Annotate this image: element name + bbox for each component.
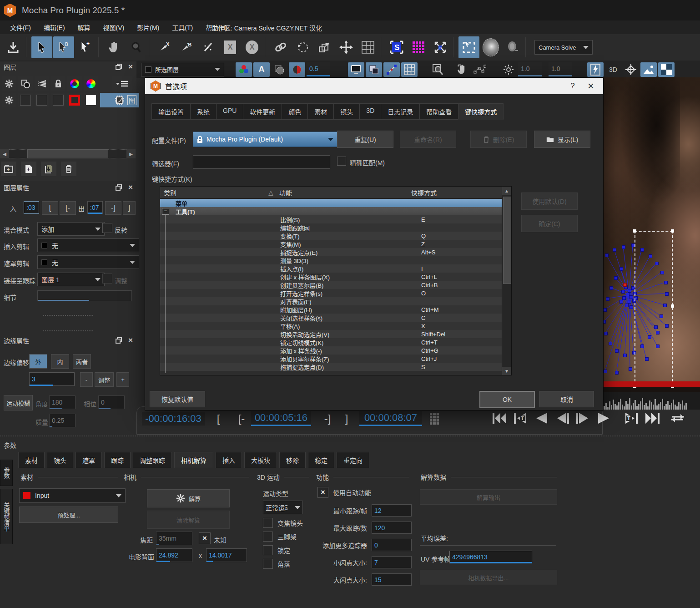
layer-fill-color-swatch[interactable] xyxy=(84,93,98,107)
create-bezier-tool-icon[interactable]: Ɓ xyxy=(176,36,197,58)
delete-button[interactable]: 删除(E) xyxy=(470,131,527,148)
shortcut-row[interactable]: 变换(T) Q xyxy=(160,232,511,240)
filmstrip-icon[interactable] xyxy=(428,412,440,426)
tracking-marker[interactable] xyxy=(605,253,609,257)
close-panel-icon[interactable]: × xyxy=(128,62,133,71)
in-move-button[interactable]: [- xyxy=(234,412,249,426)
scroll-up-icon[interactable]: ▲ xyxy=(502,187,511,195)
shortcut-row[interactable]: 创建贝塞尔层(B) Ctrl+B xyxy=(160,281,511,289)
pan-tool-icon[interactable] xyxy=(104,36,125,58)
module-tab[interactable]: 镜头 xyxy=(47,452,73,468)
gear-icon[interactable] xyxy=(2,76,16,91)
module-tab[interactable]: 跟踪 xyxy=(104,452,131,468)
marquee-select-tool-icon[interactable] xyxy=(458,36,479,58)
move-in-button[interactable]: [- xyxy=(60,201,76,215)
move-tool-icon[interactable] xyxy=(336,36,357,58)
scroll-down-icon[interactable]: ▼ xyxy=(502,367,511,375)
menu-item[interactable]: 编辑(E) xyxy=(38,21,71,33)
tracking-marker[interactable] xyxy=(619,267,623,271)
preferences-tab[interactable]: 系统 xyxy=(190,103,216,120)
shortcut-row[interactable]: 拖捕捉选定点(D) S xyxy=(160,363,511,371)
timeline-start-timecode[interactable]: -00:00:16:03 xyxy=(142,412,205,426)
gpu-lightning-icon[interactable] xyxy=(587,62,604,77)
link-track-dropdown[interactable]: 图层 1 xyxy=(37,273,105,286)
image-view-icon[interactable] xyxy=(640,62,657,77)
preferences-tab[interactable]: 帮助查看 xyxy=(419,103,458,120)
menu-item[interactable]: 文件(F) xyxy=(5,21,36,33)
selection-handle[interactable] xyxy=(671,229,674,233)
rotate-selection-tool-icon[interactable] xyxy=(292,36,313,58)
layer-blur-checkbox[interactable] xyxy=(35,93,49,107)
tracking-marker[interactable] xyxy=(604,370,607,373)
close-icon[interactable]: × xyxy=(584,80,598,92)
close-panel-icon[interactable]: × xyxy=(128,336,133,345)
restore-defaults-button[interactable]: 恢复默认值 xyxy=(150,391,205,407)
phase-value-field[interactable]: 0 xyxy=(98,395,125,409)
color-ring-icon[interactable] xyxy=(67,76,82,91)
alpha-channel-icon[interactable]: A xyxy=(253,62,270,77)
threed-view-button[interactable]: 3D xyxy=(605,62,621,77)
overlay-opacity-icon[interactable] xyxy=(289,62,305,77)
tracking-marker[interactable] xyxy=(622,245,625,249)
insert-clip-dropdown[interactable]: 无 xyxy=(37,238,139,252)
feature-value-field[interactable]: 7 xyxy=(372,556,412,568)
menu-item[interactable]: 工具(T) xyxy=(166,21,198,33)
module-tab[interactable]: 移除 xyxy=(279,452,306,468)
layers-h-scrollbar[interactable]: ◀ ▶ xyxy=(0,149,136,158)
table-scrollbar[interactable]: ▲ ▼ xyxy=(502,187,511,375)
detail-slider[interactable] xyxy=(37,290,132,301)
matte-clip-dropdown[interactable]: 无 xyxy=(37,255,139,269)
show-grid-icon[interactable] xyxy=(401,62,418,77)
motion-blur-button[interactable]: 运动模糊 xyxy=(4,395,33,410)
select-both-tool-icon[interactable]: B xyxy=(53,36,74,58)
overlay-opacity-value[interactable]: 0.5 xyxy=(307,62,330,76)
magnetic-spline-tool-icon[interactable] xyxy=(198,36,219,58)
link-tool-icon[interactable] xyxy=(270,36,291,58)
side-tab-keyframes[interactable]: 关键帧清单 xyxy=(0,489,13,544)
diamond-mesh-icon[interactable] xyxy=(623,62,639,77)
grid-warp-tool-icon[interactable] xyxy=(358,36,378,58)
shortcut-row[interactable]: 创建 x 样条图层(X) Ctrl+L xyxy=(160,273,511,281)
module-tab[interactable]: 素材 xyxy=(18,452,45,468)
preferences-tab[interactable]: 日志记录 xyxy=(381,103,419,120)
next-keyframe-button[interactable]: T xyxy=(622,410,640,426)
selected-layer-cell[interactable]: 图 xyxy=(100,93,139,107)
scroll-right-icon[interactable]: ▶ xyxy=(126,149,136,158)
tracking-marker[interactable] xyxy=(603,308,607,312)
tracking-marker[interactable] xyxy=(629,367,632,371)
set-out-button[interactable]: ] xyxy=(123,201,136,215)
motion-type-dropdown[interactable]: 正常运动 xyxy=(263,501,303,514)
ok-button[interactable]: OK xyxy=(479,391,535,408)
tracking-marker[interactable] xyxy=(629,295,633,299)
camera-export-button[interactable]: 相机数据导出... xyxy=(420,570,557,585)
tracking-marker[interactable] xyxy=(622,296,626,300)
layer-lock-checkbox[interactable] xyxy=(51,93,65,107)
module-tab[interactable]: 大板块 xyxy=(244,452,277,468)
confirm-button[interactable]: 确定(C) xyxy=(521,215,578,232)
tracking-marker[interactable] xyxy=(628,289,631,293)
col-shortcut[interactable]: 快捷方式 xyxy=(411,188,511,197)
motion-blur-column-icon[interactable] xyxy=(35,76,49,91)
tracking-marker[interactable] xyxy=(606,297,609,301)
checkbox[interactable] xyxy=(263,559,273,569)
motion-check-row[interactable]: 三脚架 xyxy=(263,532,303,542)
shortcut-row[interactable]: 捕捉选定点(E) Alt+S xyxy=(160,248,511,256)
go-to-start-button[interactable] xyxy=(490,410,509,426)
duplicate-button[interactable]: 重复(U) xyxy=(337,131,393,148)
edge-offset-value-field[interactable]: 3 xyxy=(29,372,75,386)
preferences-tab[interactable]: 镜头 xyxy=(333,103,359,120)
matte-view-icon[interactable] xyxy=(271,62,287,77)
layer-list-menu-icon[interactable] xyxy=(112,76,132,91)
h-scroll-thumb[interactable] xyxy=(27,149,108,158)
blend-mode-dropdown[interactable]: 添加 xyxy=(37,222,105,236)
uv-ref-field[interactable]: 4294966813 xyxy=(449,551,532,563)
checkbox[interactable] xyxy=(263,518,273,528)
new-layer-button[interactable]: + xyxy=(21,162,36,176)
go-to-end-button[interactable] xyxy=(643,410,661,426)
in-timecode[interactable]: 00:00:05:16 xyxy=(251,411,311,426)
feature-value-field[interactable]: 12 xyxy=(372,504,412,517)
shortcut-row[interactable]: 切换活动选定点(V) Shift+Del xyxy=(160,330,511,338)
out-timecode[interactable]: 00:00:08:07 xyxy=(359,411,422,426)
delete-layer-button[interactable] xyxy=(61,162,76,176)
input-clip-dropdown[interactable]: Input xyxy=(19,488,126,503)
